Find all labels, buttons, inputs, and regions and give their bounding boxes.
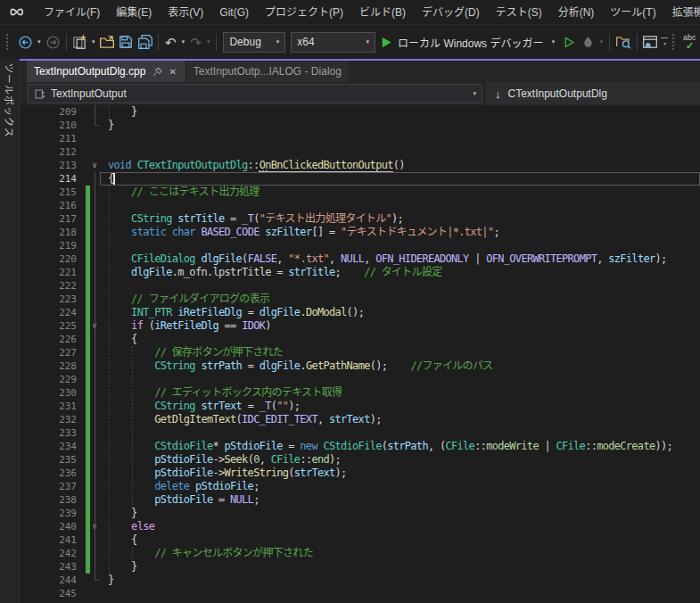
code-line[interactable]: else (108, 520, 154, 533)
solution-platform-dropdown[interactable]: x64 ▾ (291, 32, 375, 53)
menu-item-9[interactable]: ツール(T) (602, 0, 663, 25)
line-number[interactable]: 236 (20, 467, 77, 480)
code-line[interactable]: CStdioFile* pStdioFile = new CStdioFile(… (108, 440, 672, 453)
code-line[interactable]: // エディットボックス内のテキスト取得 (108, 386, 342, 400)
line-number[interactable]: 216 (20, 199, 77, 212)
line-number[interactable]: 229 (20, 373, 77, 386)
menu-item-2[interactable]: 表示(V) (160, 0, 211, 25)
line-number[interactable]: 234 (20, 440, 77, 453)
line-number[interactable]: 214 (20, 172, 77, 186)
code-line[interactable]: pStdioFile->Seek(0, CFile::end); (108, 453, 341, 467)
code-line[interactable]: pStdioFile->WriteString(strText); (108, 467, 347, 480)
line-number[interactable]: 218 (20, 226, 77, 239)
code-line[interactable]: // キャンセルボタンが押下された (108, 547, 313, 560)
menu-item-8[interactable]: 分析(N) (550, 0, 603, 25)
undo-button[interactable]: ↶ (162, 36, 179, 49)
solution-explorer-button[interactable] (641, 31, 660, 53)
code-line[interactable]: } (108, 105, 137, 119)
line-number[interactable]: 209 (20, 105, 77, 119)
line-number[interactable]: 238 (20, 493, 77, 507)
spell-check-button[interactable]: abc ✓ (682, 32, 700, 52)
redo-dropdown-caret[interactable]: ▾ (204, 38, 213, 45)
line-number[interactable]: 219 (20, 239, 77, 252)
new-item-button[interactable] (70, 31, 89, 53)
line-number[interactable]: 232 (20, 413, 77, 426)
code-line[interactable]: void CTextInputOutputDlg::OnBnClickedBut… (108, 159, 405, 172)
menu-item-7[interactable]: テスト(S) (488, 0, 550, 25)
code-editor[interactable]: 209 }210}211212213void CTextInputOutputD… (20, 105, 700, 603)
line-number[interactable]: 241 (20, 533, 77, 547)
code-line[interactable]: } (108, 574, 114, 587)
redo-button[interactable]: ↷ (187, 36, 204, 49)
line-number[interactable]: 213 (20, 159, 77, 172)
solution-configuration-dropdown[interactable]: Debug ▾ (223, 32, 285, 53)
code-line[interactable]: pStdioFile = NULL; (108, 493, 259, 507)
code-line[interactable]: } (108, 560, 137, 574)
code-line[interactable]: CString strPath = dlgFile.GetPathName();… (108, 359, 493, 373)
line-number[interactable]: 244 (20, 574, 77, 587)
toolbar-overflow-button[interactable]: ▾ (660, 37, 671, 46)
line-number[interactable]: 221 (20, 266, 77, 279)
hot-reload-button[interactable] (579, 31, 597, 53)
find-in-files-button[interactable] (614, 31, 632, 53)
open-file-button[interactable] (98, 31, 117, 53)
menu-item-6[interactable]: デバッグ(D) (414, 0, 488, 25)
save-button[interactable] (117, 31, 136, 53)
toolbar-grip[interactable] (6, 34, 12, 50)
start-without-debugging-button[interactable] (559, 31, 578, 53)
line-number[interactable]: 230 (20, 386, 77, 400)
line-number[interactable]: 226 (20, 333, 77, 346)
code-line[interactable]: { (108, 333, 137, 346)
tab-dialog-resource[interactable]: TextInputOutp...IALOG - Dialog (185, 61, 349, 82)
code-line[interactable]: CFileDialog dlgFile(FALSE, "*.txt", NULL… (108, 252, 667, 266)
menu-item-4[interactable]: プロジェクト(P) (257, 0, 351, 25)
tab-textinputoutputdlg-cpp[interactable]: TextInputOutputDlg.cpp ✕ (27, 61, 185, 82)
code-line[interactable]: } (108, 119, 114, 132)
code-line[interactable]: CString strTitle = _T("テキスト出力処理タイトル"); (108, 212, 403, 226)
line-number[interactable]: 222 (20, 279, 77, 293)
pin-icon[interactable] (152, 67, 162, 77)
line-number[interactable]: 220 (20, 252, 77, 266)
menu-item-5[interactable]: ビルド(B) (351, 0, 414, 25)
line-number[interactable]: 237 (20, 480, 77, 493)
code-line[interactable]: // 保存ボタンが押下された (108, 346, 283, 359)
line-number[interactable]: 210 (20, 119, 77, 132)
line-number[interactable]: 228 (20, 359, 77, 373)
line-number[interactable]: 231 (20, 400, 77, 413)
line-number[interactable]: 235 (20, 453, 77, 467)
line-number[interactable]: 239 (20, 507, 77, 520)
debug-target-dropdown-caret[interactable]: ▾ (548, 38, 557, 45)
line-number[interactable]: 211 (20, 132, 77, 145)
line-number[interactable]: 224 (20, 306, 77, 319)
line-number[interactable]: 245 (20, 587, 77, 600)
code-line[interactable]: { (108, 533, 137, 547)
close-icon[interactable]: ✕ (167, 66, 177, 78)
line-number[interactable]: 242 (20, 547, 77, 560)
toolbox-side-tab[interactable]: ツールボックス (0, 59, 20, 603)
start-debugging-button[interactable]: ローカル Windows デバッガー ▾ (380, 35, 557, 50)
line-number[interactable]: 227 (20, 346, 77, 359)
line-number[interactable]: 215 (20, 186, 77, 199)
line-number[interactable]: 217 (20, 212, 77, 226)
new-item-dropdown-caret[interactable]: ▾ (89, 38, 98, 45)
menu-item-10[interactable]: 拡張機能(X) (664, 0, 700, 25)
project-scope-dropdown[interactable]: TextInputOutput ▾ (28, 84, 482, 103)
line-number[interactable]: 233 (20, 426, 77, 440)
toolbar-grip[interactable] (672, 34, 678, 50)
menu-item-1[interactable]: 編集(E) (108, 0, 160, 25)
member-dropdown[interactable]: ↓ CTextInputOutputDlg (486, 82, 700, 105)
code-line[interactable]: CString strText = _T(""); (108, 400, 300, 413)
hot-reload-dropdown-caret[interactable]: ▾ (597, 38, 606, 45)
code-line[interactable]: // ファイルダイアログの表示 (108, 293, 269, 306)
line-number[interactable]: 243 (20, 560, 77, 574)
back-dropdown-caret[interactable]: ▾ (35, 38, 44, 45)
code-line[interactable]: GetDlgItemText(IDC_EDIT_TEXT, strText); (108, 413, 382, 426)
line-number[interactable]: 225 (20, 319, 77, 333)
code-line[interactable]: delete pStdioFile; (108, 480, 259, 493)
line-number[interactable]: 212 (20, 145, 77, 159)
save-all-button[interactable] (136, 31, 154, 53)
code-line[interactable]: } (108, 507, 137, 520)
code-line[interactable]: if (iRetFileDlg == IDOK) (108, 319, 271, 333)
code-line[interactable]: dlgFile.m_ofn.lpstrTitle = strTitle; // … (108, 266, 442, 279)
code-line[interactable]: INT_PTR iRetFileDlg = dlgFile.DoModal(); (108, 306, 364, 319)
